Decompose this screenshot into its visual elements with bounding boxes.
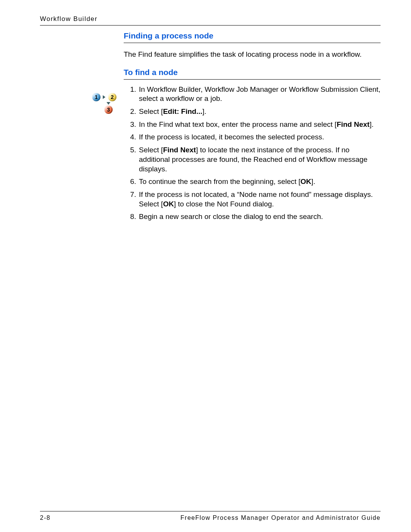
step-2: Select [Edit: Find...]. (138, 107, 381, 117)
heading-to-find: To find a node (124, 68, 381, 80)
page-number: 2-8 (40, 514, 51, 521)
step-4: If the process is located, it becomes th… (138, 133, 381, 142)
step-7: If the process is not located, a “Node n… (138, 190, 381, 209)
node-2-icon: 2 (108, 93, 116, 101)
node-1-icon: 1 (92, 93, 100, 101)
steps-list: In Workflow Builder, Workflow Job Manage… (124, 85, 381, 222)
arrow-right-icon (103, 95, 105, 99)
arrow-down-icon (107, 102, 110, 105)
page-footer: 2-8 FreeFlow Process Manager Operator an… (40, 514, 381, 521)
heading-finding: Finding a process node (124, 31, 381, 43)
step-diagram-icon: 1 2 3 (92, 93, 115, 114)
document-title: FreeFlow Process Manager Operator and Ad… (180, 514, 381, 521)
step-5: Select [Find Next] to locate the next in… (138, 145, 381, 174)
step-6: To continue the search from the beginnin… (138, 177, 381, 187)
page-header: Workflow Builder (40, 15, 381, 26)
section-name: Workflow Builder (40, 15, 97, 22)
step-3: In the Find what text box, enter the pro… (138, 120, 381, 129)
node-3-icon: 3 (104, 105, 113, 114)
step-1: In Workflow Builder, Workflow Job Manage… (138, 85, 381, 104)
content-area: Finding a process node The Find feature … (124, 27, 381, 225)
intro-paragraph: The Find feature simplifies the task of … (124, 50, 381, 59)
step-8: Begin a new search or close the dialog t… (138, 212, 381, 222)
footer-divider (40, 511, 381, 511)
